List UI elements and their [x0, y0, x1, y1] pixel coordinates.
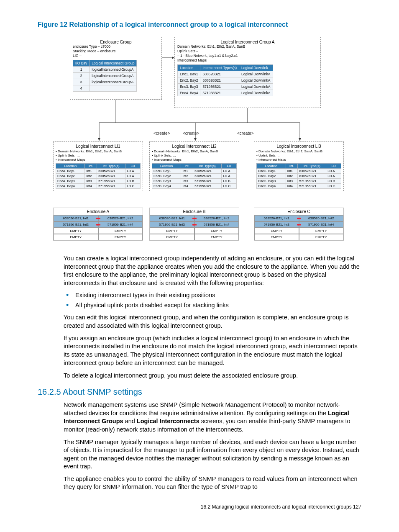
figure-diagram: Enclosure Group enclosure Type – c7000St…	[53, 33, 346, 246]
create-label: <create>	[153, 131, 170, 136]
li-box-2: Logical Interconnect LI2 • Domain Networ…	[149, 141, 239, 191]
snmp-para-3: The appliance enables you to control the…	[64, 475, 361, 491]
lig-lines: Domain Networks: Eth1, Eth2, SanA, SanBU…	[177, 44, 318, 63]
lig-hdr-ld: Logical Downlink	[239, 65, 273, 71]
para-3: If you assign an enclosure group (which …	[64, 334, 361, 368]
para-2: You can edit this logical interconnect g…	[64, 314, 361, 330]
lig-hdr-it: Interconnect Types(s)	[200, 65, 239, 71]
bullet-2: All physical uplink ports disabled excep…	[64, 301, 361, 310]
lig-title: Logical Interconnect Group A	[177, 40, 318, 44]
eg-hdr-lig: Logical Interconnect Group	[90, 60, 137, 67]
create-label: <create>	[237, 131, 253, 136]
enclosure-group-title: Enclosure Group	[73, 40, 159, 44]
li-box-1: Logical Interconnect LI1 • Domain Networ…	[53, 141, 143, 191]
para-1: You can create a logical interconnect gr…	[64, 254, 361, 287]
page-footer: 16.2 Managing logical interconnects and …	[38, 504, 361, 510]
snmp-para-2: The SNMP manager typically manages a lar…	[64, 438, 361, 471]
lig-table: Location Interconnect Types(s) Logical D…	[177, 64, 273, 96]
enclosure-c: Enclosure C638526-B21, Int1638526-B21, I…	[254, 208, 344, 241]
snmp1c: and	[123, 418, 137, 424]
snmp-para-1: Network management systems use SNMP (Sim…	[64, 401, 361, 434]
snmp1a: Network management systems use SNMP (Sim…	[64, 401, 340, 416]
figure-title: Figure 12 Relationship of a logical inte…	[38, 21, 361, 28]
enclosure-group-box: Enclosure Group enclosure Type – c7000St…	[70, 37, 162, 100]
create-label: <create>	[183, 131, 199, 136]
eg-hdr-io: I/O Bay	[73, 60, 90, 67]
snmp1d: Logical Interconnects	[137, 418, 200, 424]
enclosure-b: Enclosure B638526-B21, Int1638526-B21, I…	[149, 208, 239, 241]
enclosure-a: Enclosure A638526-B21, Int1638526-B21, I…	[53, 208, 143, 241]
bullet-1: Existing interconnect types in their exi…	[64, 291, 361, 300]
li-box-3: Logical Interconnect LI3 • Domain Networ…	[254, 141, 344, 191]
enclosure-group-lines: enclosure Type – c7000Stacking Mode – en…	[73, 44, 159, 58]
lig-hdr-loc: Location	[178, 65, 200, 71]
section-header-snmp: 16.2.5 About SNMP settings	[38, 387, 361, 397]
unmanaged-code: unmanaged	[94, 352, 127, 358]
enclosure-group-table: I/O Bay Logical Interconnect Group 1logi…	[73, 60, 137, 92]
para-4: To delete a logical interconnect group, …	[64, 372, 361, 380]
lig-box: Logical Interconnect Group A Domain Netw…	[174, 37, 321, 108]
